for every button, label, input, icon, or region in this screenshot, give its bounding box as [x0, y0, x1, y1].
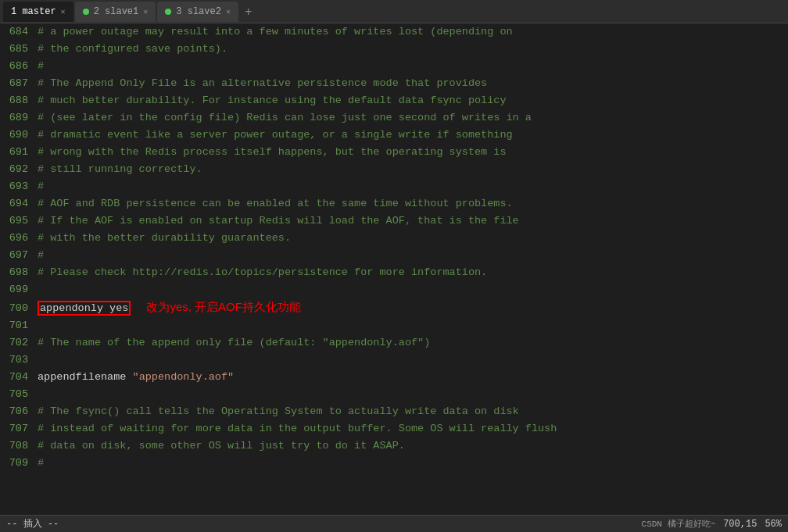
- status-right: CSDN 橘子超好吃~ 700,15 56%: [642, 518, 782, 530]
- comment-text: # much better durability. For instance u…: [38, 95, 507, 106]
- line-number: 690: [0, 127, 38, 144]
- tab-slave1[interactable]: 2 slave1 ✕: [75, 2, 156, 22]
- line-number: 689: [0, 109, 38, 127]
- line-content: # If the AOF is enabled on startup Redis…: [38, 212, 788, 230]
- comment-text: # a power outage may result into a few m…: [38, 26, 513, 37]
- line-content: # wrong with the Redis process itself ha…: [38, 144, 788, 161]
- line-number: 705: [0, 386, 38, 403]
- comment-text: # wrong with the Redis process itself ha…: [38, 146, 507, 158]
- comment-text: # AOF and RDB persistence can be enabled…: [38, 198, 513, 209]
- code-line: 685# the configured save points).: [0, 41, 788, 58]
- watermark: CSDN 橘子超好吃~: [642, 518, 716, 530]
- tab-slave2[interactable]: 3 slave2 ✕: [157, 2, 238, 22]
- tab-slave2-label: 3 slave2: [176, 6, 221, 17]
- line-content: # Please check http://redis.io/topics/pe…: [38, 264, 788, 281]
- code-line: 684# a power outage may result into a fe…: [0, 23, 788, 41]
- line-content: # still running correctly.: [38, 161, 788, 178]
- line-number: 702: [0, 334, 38, 352]
- comment-text: # The name of the append only file (defa…: [38, 337, 430, 348]
- tab-master-label: 1 master: [11, 6, 56, 17]
- editor-area: 684# a power outage may result into a fe…: [0, 23, 788, 515]
- code-line: 705: [0, 386, 788, 403]
- comment-text: # instead of waiting for more data in th…: [38, 423, 557, 434]
- comment-text: # the configured save points).: [38, 43, 227, 55]
- tab-slave2-dot: [165, 9, 171, 15]
- status-position: 700,15: [723, 519, 757, 530]
- tab-slave2-close[interactable]: ✕: [226, 7, 231, 16]
- line-content: #: [38, 178, 788, 195]
- tab-bar: 1 master ✕ 2 slave1 ✕ 3 slave2 ✕ +: [0, 0, 788, 23]
- code-line: 703: [0, 352, 788, 369]
- line-content: appendfilename "appendonly.aof": [38, 369, 788, 386]
- line-number: 688: [0, 92, 38, 109]
- code-line: 693#: [0, 178, 788, 195]
- line-number: 693: [0, 178, 38, 195]
- tab-master-close[interactable]: ✕: [61, 7, 66, 16]
- line-number: 698: [0, 264, 38, 281]
- line-number: 687: [0, 75, 38, 92]
- line-content: # data on disk, some other OS will just …: [38, 437, 788, 455]
- line-content: # the configured save points).: [38, 41, 788, 58]
- comment-text: # If the AOF is enabled on startup Redis…: [38, 215, 519, 227]
- line-number: 699: [0, 281, 38, 298]
- line-number: 697: [0, 247, 38, 264]
- code-line: 706# The fsync() call tells the Operatin…: [0, 403, 788, 420]
- comment-text: #: [38, 180, 44, 192]
- line-content: # AOF and RDB persistence can be enabled…: [38, 195, 788, 212]
- line-content: # The name of the append only file (defa…: [38, 334, 788, 352]
- line-content: # much better durability. For instance u…: [38, 92, 788, 109]
- comment-text: #: [38, 60, 44, 72]
- tab-master[interactable]: 1 master ✕: [3, 2, 73, 22]
- code-line: 687# The Append Only File is an alternat…: [0, 75, 788, 92]
- code-line: 689# (see later in the config file) Redi…: [0, 109, 788, 127]
- annotation: 改为yes, 开启AOF持久化功能: [146, 300, 301, 313]
- tab-slave1-dot: [83, 9, 89, 15]
- code-line: 690# dramatic event like a server power …: [0, 127, 788, 144]
- line-number: 708: [0, 437, 38, 455]
- line-number: 706: [0, 403, 38, 420]
- line-number: 684: [0, 23, 38, 41]
- code-line: 688# much better durability. For instanc…: [0, 92, 788, 109]
- line-content: #: [38, 455, 788, 472]
- line-content: # The Append Only File is an alternative…: [38, 75, 788, 92]
- code-line: 707# instead of waiting for more data in…: [0, 420, 788, 437]
- line-number: 694: [0, 195, 38, 212]
- line-content: # instead of waiting for more data in th…: [38, 420, 788, 437]
- code-line: 694# AOF and RDB persistence can be enab…: [0, 195, 788, 212]
- line-number: 704: [0, 369, 38, 386]
- code-line: 701: [0, 317, 788, 334]
- code-line: 697#: [0, 247, 788, 264]
- comment-text: # The Append Only File is an alternative…: [38, 77, 487, 89]
- line-number: 700: [0, 300, 38, 317]
- tab-slave1-close[interactable]: ✕: [143, 7, 148, 16]
- code-line: 699: [0, 281, 788, 298]
- tab-add-button[interactable]: +: [240, 5, 256, 19]
- comment-text: # still running correctly.: [38, 163, 202, 175]
- line-number: 691: [0, 144, 38, 161]
- line-content: # dramatic event like a server power out…: [38, 127, 788, 144]
- highlight-text: appendonly yes: [38, 301, 131, 316]
- line-content: # with the better durability guarantees.: [38, 230, 788, 247]
- comment-text: #: [38, 249, 44, 261]
- line-content: #: [38, 58, 788, 75]
- line-content: # a power outage may result into a few m…: [38, 23, 788, 41]
- code-line: 698# Please check http://redis.io/topics…: [0, 264, 788, 281]
- line-content: appendonly yes改为yes, 开启AOF持久化功能: [38, 298, 788, 317]
- code-line: 692# still running correctly.: [0, 161, 788, 178]
- line-number: 707: [0, 420, 38, 437]
- comment-text: #: [38, 457, 44, 469]
- comment-text: # (see later in the config file) Redis c…: [38, 112, 532, 123]
- plain-text: appendfilename: [38, 371, 133, 383]
- comment-text: # dramatic event like a server power out…: [38, 129, 513, 141]
- status-bar: -- 插入 -- CSDN 橘子超好吃~ 700,15 56%: [0, 515, 788, 532]
- line-number: 695: [0, 212, 38, 230]
- line-content: #: [38, 247, 788, 264]
- line-number: 685: [0, 41, 38, 58]
- code-line: 691# wrong with the Redis process itself…: [0, 144, 788, 161]
- code-line: 709#: [0, 455, 788, 472]
- code-line: 702# The name of the append only file (d…: [0, 334, 788, 352]
- status-mode: -- 插入 --: [6, 517, 59, 530]
- code-container: 684# a power outage may result into a fe…: [0, 23, 788, 472]
- code-line: 686#: [0, 58, 788, 75]
- line-number: 696: [0, 230, 38, 247]
